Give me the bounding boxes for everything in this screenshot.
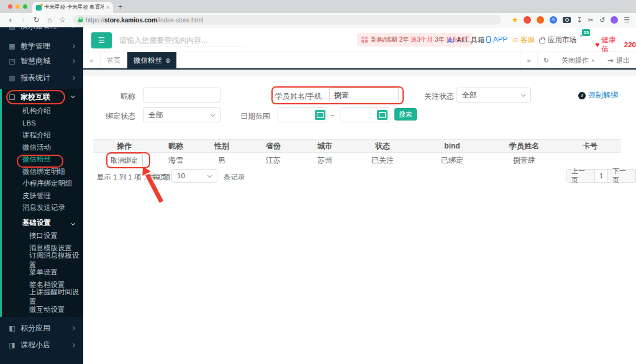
sidebar-item-label: LBS — [22, 119, 36, 127]
sidebar-item-wechat-activity[interactable]: 微信活动 — [2, 142, 83, 154]
exit-button[interactable]: ⇥ 退出 — [601, 52, 636, 68]
bind-status-value: 全部 — [148, 110, 163, 121]
global-search-input[interactable] — [119, 34, 247, 47]
sidebar-item-api-settings[interactable]: 接口设置 — [2, 230, 83, 242]
content-top-strip — [83, 70, 636, 76]
profile-extension-icon[interactable] — [611, 16, 618, 24]
sidebar-item-report[interactable]: ▥ 报表统计 — [0, 70, 83, 85]
prev-page-button[interactable]: 上一页 — [566, 169, 595, 183]
gift-icon — [361, 37, 368, 43]
url-bar[interactable]: https://store.kamios.com/index-store.htm… — [73, 15, 501, 25]
per-page-select[interactable]: 10 — [171, 169, 217, 183]
forward-icon[interactable]: › — [17, 16, 30, 24]
scissors-icon[interactable]: ✂ — [588, 16, 594, 24]
student-name-input[interactable] — [329, 88, 399, 102]
sidebar-toggle-button[interactable]: ☰ — [91, 32, 112, 48]
close-tab-icon[interactable]: × — [106, 4, 109, 11]
date-to-input[interactable] — [340, 108, 375, 122]
follow-status-label: 关注状态 — [424, 91, 454, 102]
customer-service-button[interactable]: ⊙ 客服 — [512, 35, 535, 45]
health-score[interactable]: ♥ 健康值220 — [595, 35, 636, 54]
sidebar-item-lbs[interactable]: LBS — [2, 117, 83, 130]
sidebar-item-label: 机构介绍 — [22, 106, 51, 116]
sidebar-item-label: 智慧商城 — [20, 56, 50, 66]
collapse-tabs-button[interactable]: « — [83, 52, 101, 68]
refresh-icon: ↻ — [543, 57, 549, 65]
sidebar-item-mall[interactable]: ◳ 智慧商城 — [0, 53, 83, 68]
sidebar-item-wechat-fans[interactable]: 微信粉丝 — [2, 153, 83, 166]
cell-student-name: 捌壹肆 — [489, 155, 559, 166]
sidebar-item-org-intro[interactable]: 机构介绍 — [2, 105, 83, 117]
close-window-button[interactable] — [8, 4, 12, 9]
sidebar-item-miniapp-bind-detail[interactable]: 小程序绑定明细 — [2, 178, 83, 190]
favorite-star-icon[interactable]: ★ — [512, 16, 519, 24]
back-icon[interactable]: ‹ — [4, 16, 17, 24]
page-number-button[interactable]: 1 — [595, 169, 608, 183]
column-header-bind: bind — [415, 142, 489, 150]
heart-icon: ♥ — [595, 40, 599, 49]
date-from-input[interactable] — [278, 108, 313, 122]
nickname-input[interactable] — [143, 88, 220, 102]
sidebar-item-home-school[interactable]: ❏ 家校互联 — [2, 89, 83, 105]
undo-icon[interactable]: ↺ — [599, 16, 605, 24]
close-tab-icon[interactable]: ⊗ — [165, 57, 170, 64]
sidebar-item-message-log[interactable]: 消息发送记录 — [2, 202, 83, 214]
game-center-icon[interactable] — [524, 16, 531, 24]
sidebar-item-course-intro[interactable]: 课程介绍 — [2, 129, 83, 142]
calendar-icon[interactable] — [315, 110, 325, 120]
date-to-field — [340, 107, 389, 122]
sidebar-item-course-shop[interactable]: ◨ 课程小店 — [0, 337, 83, 352]
sidebar-item-points-app[interactable]: ◧ 积分应用 — [0, 321, 83, 335]
search-button[interactable]: 搜索 — [394, 108, 417, 121]
column-header-gender: 性别 — [196, 141, 247, 152]
sidebar-item-basic-settings[interactable]: 基础设置 — [2, 216, 83, 230]
sidebar-item-skin-manage[interactable]: 皮肤管理 — [2, 190, 83, 202]
download-icon[interactable]: ↧ — [576, 16, 582, 24]
cancel-bind-button[interactable]: 取消绑定 — [106, 153, 143, 168]
bookmark-star-icon[interactable]: ☆ — [56, 16, 69, 24]
shop-icon: ◨ — [8, 341, 16, 349]
tab-wechat-fans[interactable]: 微信粉丝 ⊗ — [127, 52, 177, 68]
home-icon[interactable]: ⌂ — [43, 16, 56, 24]
sidebar-item-subscribe-template[interactable]: 订阅消息模板设置 — [2, 254, 83, 266]
sidebar-item-teaching[interactable]: ▦ 教学管理 — [0, 39, 83, 53]
bind-status-select[interactable]: 全部 — [143, 107, 220, 122]
chevron-right-icon — [71, 325, 75, 330]
close-operations-label: 关闭操作 — [561, 56, 589, 65]
extension-orange-icon[interactable] — [537, 16, 544, 24]
column-header-action: 操作 — [93, 141, 155, 152]
force-unbind-label: 强制解绑 — [588, 90, 618, 101]
tab-home[interactable]: 首页 — [101, 52, 127, 68]
sidebar-item-class-reminder-settings[interactable]: 上课提醒时间设置 — [2, 291, 83, 303]
calendar-icon[interactable] — [377, 110, 388, 120]
browser-tab[interactable]: 卡米星校-卡米星校 教育培训… × — [32, 2, 113, 13]
sidebar-item-wechat-bind-detail[interactable]: 微信绑定明细 — [2, 166, 83, 178]
app-market-label: 应用市场 — [548, 35, 576, 45]
health-label: 健康值 — [601, 35, 622, 54]
refresh-tab-button[interactable]: ↻ — [537, 52, 555, 68]
force-unbind-link[interactable]: i 强制解绑 — [578, 90, 618, 101]
sidebar-item-label: 课程介绍 — [22, 130, 51, 140]
url-scheme: https:// — [86, 17, 104, 24]
sidebar-item-label: 订阅消息模板设置 — [29, 251, 83, 270]
minimize-window-button[interactable] — [16, 4, 20, 9]
zoom-window-button[interactable] — [23, 4, 27, 9]
sidebar-item-clipped[interactable]: ▤ 演示账管理 — [0, 27, 83, 34]
ai-toolbox-button[interactable]: Ai AI工具箱 — [447, 35, 484, 45]
new-tab-button[interactable]: + — [118, 2, 122, 11]
follow-status-select[interactable]: 全部 — [457, 88, 531, 102]
next-page-button[interactable]: 下一页 — [608, 169, 636, 183]
scroll-tabs-button[interactable]: » — [520, 52, 537, 68]
app-download-button[interactable]: APP — [486, 35, 507, 43]
close-operations-dropdown[interactable]: 关闭操作 ▾ — [555, 52, 601, 68]
screenshot-camera-icon[interactable] — [563, 17, 571, 23]
toolbar-extensions: ★ ↻ ↧ ✂ ↺ ☰ — [512, 16, 636, 24]
cart-icon — [539, 39, 545, 43]
cell-nickname: 海雪 — [155, 155, 196, 166]
sync-extension-icon[interactable]: ↻ — [550, 16, 557, 24]
promo-term-2y: 2年 — [399, 35, 409, 44]
app-market-button[interactable]: 应用市场 — [539, 35, 576, 45]
chevron-down-icon — [71, 221, 75, 225]
browser-menu-icon[interactable]: ☰ — [624, 16, 630, 24]
reload-icon[interactable]: ↻ — [30, 16, 43, 24]
